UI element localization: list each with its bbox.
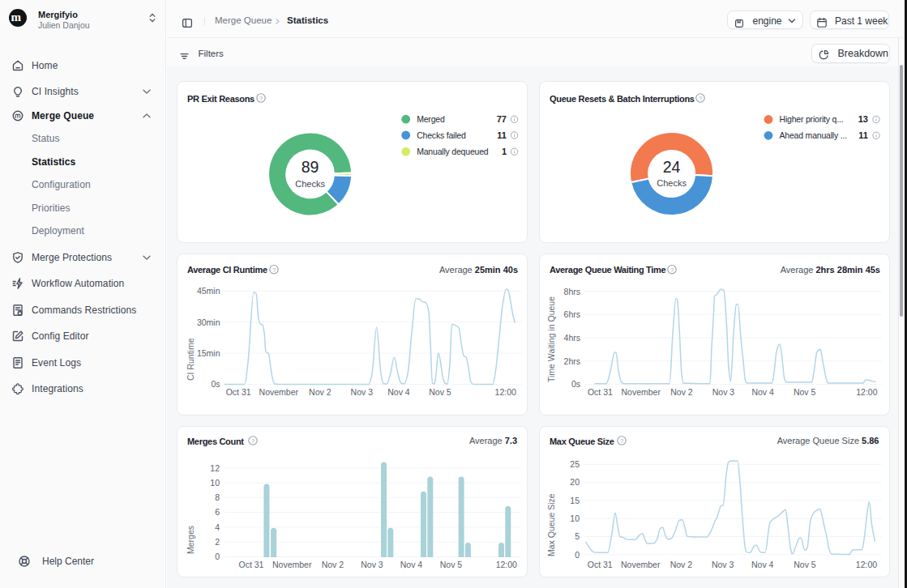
svg-text:Time Waiting in Queue: Time Waiting in Queue xyxy=(546,296,556,382)
svg-text:CI Runtime: CI Runtime xyxy=(186,338,195,381)
svg-text:Nov 2: Nov 2 xyxy=(322,560,344,569)
svg-text:2hrs: 2hrs xyxy=(564,356,580,366)
svg-text:15: 15 xyxy=(570,496,580,505)
svg-text:Nov 2: Nov 2 xyxy=(309,387,332,397)
svg-text:?: ? xyxy=(670,266,674,274)
svg-text:Manually dequeued: Manually dequeued xyxy=(417,147,489,156)
svg-text:Nov 4: Nov 4 xyxy=(751,560,774,569)
svg-text:0: 0 xyxy=(215,552,220,561)
svg-text:Oct 31: Oct 31 xyxy=(226,387,251,397)
svg-text:?: ? xyxy=(699,95,702,102)
svg-text:6: 6 xyxy=(215,507,220,517)
svg-text:0: 0 xyxy=(575,550,580,560)
svg-text:15min: 15min xyxy=(197,348,220,358)
svg-text:Average 2hrs 28min 45s: Average 2hrs 28min 45s xyxy=(781,265,880,275)
svg-text:November: November xyxy=(621,387,661,397)
svg-text:10: 10 xyxy=(570,513,580,523)
svg-text:0s: 0s xyxy=(211,379,220,389)
svg-text:Nov 5: Nov 5 xyxy=(440,560,463,569)
svg-text:12: 12 xyxy=(210,463,220,473)
svg-text:Nov 2: Nov 2 xyxy=(670,560,693,569)
svg-text:1: 1 xyxy=(502,147,507,156)
svg-text:November: November xyxy=(259,387,299,397)
svg-text:13: 13 xyxy=(858,114,868,124)
svg-text:Nov 2: Nov 2 xyxy=(670,387,693,397)
svg-text:0s: 0s xyxy=(571,379,580,389)
svg-text:Ahead manually ...: Ahead manually ... xyxy=(780,130,847,140)
svg-text:77: 77 xyxy=(497,114,507,124)
svg-text:Average Queue Size 5.86: Average Queue Size 5.86 xyxy=(777,436,879,445)
svg-text:Nov 4: Nov 4 xyxy=(400,560,423,569)
svg-text:20: 20 xyxy=(570,477,580,487)
svg-text:?: ? xyxy=(272,266,276,274)
svg-text:30min: 30min xyxy=(197,317,220,327)
svg-text:Max Queue Size: Max Queue Size xyxy=(546,493,556,556)
svg-text:Average CI Runtime: Average CI Runtime xyxy=(187,265,267,275)
svg-text:Higher priority q...: Higher priority q... xyxy=(780,114,844,124)
svg-text:Nov 5: Nov 5 xyxy=(794,560,816,569)
svg-text:?: ? xyxy=(251,437,255,445)
svg-text:Oct 31: Oct 31 xyxy=(588,560,613,569)
svg-text:4: 4 xyxy=(215,522,220,532)
svg-text:Average 7.3: Average 7.3 xyxy=(469,436,517,445)
svg-text:4hrs: 4hrs xyxy=(564,333,580,343)
svg-text:24: 24 xyxy=(663,158,681,176)
svg-text:12:00: 12:00 xyxy=(496,560,517,569)
svg-text:25: 25 xyxy=(570,459,580,469)
svg-text:12:00: 12:00 xyxy=(856,387,877,397)
svg-text:11: 11 xyxy=(858,130,868,140)
svg-text:45min: 45min xyxy=(197,286,220,296)
svg-text:6hrs: 6hrs xyxy=(564,309,580,319)
svg-text:Oct 31: Oct 31 xyxy=(239,560,264,569)
svg-text:Nov 3: Nov 3 xyxy=(361,560,383,569)
svg-text:Average 25min 40s: Average 25min 40s xyxy=(439,265,518,275)
svg-text:Oct 31: Oct 31 xyxy=(588,387,613,397)
svg-text:Nov 5: Nov 5 xyxy=(429,387,451,397)
svg-text:November: November xyxy=(272,560,312,569)
svg-text:Merged: Merged xyxy=(417,114,445,124)
svg-text:12:00: 12:00 xyxy=(856,560,877,569)
svg-text:89: 89 xyxy=(302,158,319,176)
svg-text:Checks: Checks xyxy=(657,178,687,188)
svg-text:Queue Resets & Batch Interrupt: Queue Resets & Batch Interruptions xyxy=(550,94,695,104)
svg-text:Max Queue Size: Max Queue Size xyxy=(550,437,614,446)
svg-text:Nov 3: Nov 3 xyxy=(712,560,734,569)
svg-text:12:00: 12:00 xyxy=(495,387,516,397)
svg-text:2: 2 xyxy=(215,537,220,547)
svg-text:Nov 4: Nov 4 xyxy=(751,387,774,397)
svg-text:5: 5 xyxy=(575,531,580,541)
svg-text:8: 8 xyxy=(215,492,220,502)
svg-text:Nov 5: Nov 5 xyxy=(794,387,816,397)
svg-text:Checks failed: Checks failed xyxy=(417,130,466,140)
svg-text:Nov 4: Nov 4 xyxy=(387,387,410,397)
svg-text:8hrs: 8hrs xyxy=(564,287,580,296)
svg-text:11: 11 xyxy=(497,130,507,140)
svg-text:PR Exit Reasons: PR Exit Reasons xyxy=(187,94,255,104)
svg-text:Average Queue Waiting Time: Average Queue Waiting Time xyxy=(550,265,666,275)
svg-text:Merges Count: Merges Count xyxy=(187,437,244,446)
svg-text:Checks: Checks xyxy=(295,179,325,189)
svg-text:10: 10 xyxy=(210,478,220,488)
svg-text:?: ? xyxy=(620,437,623,445)
svg-text:Nov 3: Nov 3 xyxy=(712,387,735,397)
svg-text:November: November xyxy=(621,560,661,569)
svg-text:Nov 3: Nov 3 xyxy=(351,387,374,397)
svg-text:Merges: Merges xyxy=(186,526,195,554)
svg-text:?: ? xyxy=(259,95,263,102)
